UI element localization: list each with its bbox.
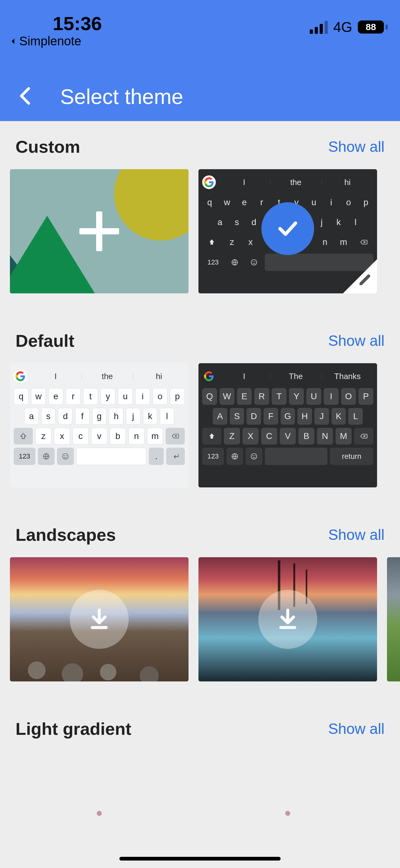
suggestion: hi — [133, 372, 185, 381]
landscape-art — [10, 644, 189, 681]
key: e — [237, 194, 252, 211]
key: D — [246, 408, 261, 425]
battery-percent: 88 — [358, 21, 384, 34]
section-title-custom: Custom — [15, 136, 80, 157]
emoji-key-icon — [245, 254, 262, 271]
theme-tile-gradient-1[interactable] — [10, 751, 189, 868]
theme-tile-landscape-1[interactable] — [10, 557, 189, 681]
key: Q — [202, 388, 217, 405]
section-custom: Custom Show all I — [0, 136, 400, 293]
cellular-signal-icon — [310, 20, 328, 34]
home-indicator[interactable] — [120, 857, 280, 861]
suggestion: the — [270, 178, 322, 187]
status-right: 4G 88 — [310, 19, 388, 35]
key: r — [254, 194, 269, 211]
key: G — [280, 408, 295, 425]
breadcrumb-back-to-app[interactable]: Simplenote — [9, 34, 81, 48]
key: T — [272, 388, 287, 405]
key: k — [143, 408, 158, 425]
key: k — [331, 214, 346, 231]
svg-point-6 — [64, 456, 65, 456]
google-logo-icon — [202, 369, 216, 383]
theme-tile-selected-dark[interactable]: I the hi qwertyuiop asdfghjkl zxcvbnm — [198, 169, 377, 293]
section-light-gradient: Light gradient Show all — [0, 719, 400, 868]
svg-point-3 — [255, 261, 256, 262]
theme-tile-gradient-2[interactable] — [198, 751, 377, 868]
key: r — [66, 388, 80, 405]
period-key: . — [149, 448, 164, 465]
key: n — [128, 428, 144, 444]
globe-key-icon — [38, 448, 55, 465]
shift-key-icon — [202, 234, 222, 251]
suggestion: the — [81, 372, 133, 381]
download-icon — [258, 590, 317, 649]
theme-tile-default-dark[interactable]: I The Thanks QWERTYUIOP ASDFGHJKL ZXCVBN… — [198, 363, 377, 487]
key: F — [264, 408, 278, 425]
breadcrumb-label: Simplenote — [19, 34, 81, 48]
key: A — [213, 408, 227, 425]
edit-theme-button[interactable] — [358, 273, 371, 289]
key: b — [110, 428, 126, 444]
svg-point-9 — [251, 454, 257, 459]
nav-row: Select theme — [15, 85, 183, 108]
suggestion: hi — [322, 178, 373, 187]
screen: 15:36 Simplenote 4G 88 Select theme Cust… — [0, 0, 400, 868]
key: u — [306, 194, 321, 211]
key: S — [230, 408, 244, 425]
key: p — [170, 388, 185, 405]
show-all-light-gradient[interactable]: Show all — [328, 720, 385, 737]
loading-indicator-icon — [285, 811, 290, 816]
key: P — [359, 388, 373, 405]
backspace-key-icon — [354, 234, 373, 251]
key: z — [35, 428, 52, 444]
key: q — [202, 194, 217, 211]
theme-tile-default-light[interactable]: I the hi qwertyuiop asdfghjkl zxcvbnm — [10, 363, 189, 487]
section-default: Default Show all I the hi — [0, 331, 400, 487]
key: K — [331, 408, 346, 425]
key: p — [359, 194, 373, 211]
globe-key-icon — [226, 448, 243, 465]
suggestion: I — [30, 372, 81, 381]
section-title-default: Default — [15, 331, 74, 351]
theme-tile-landscape-2[interactable] — [198, 557, 377, 681]
svg-point-11 — [255, 456, 256, 456]
key: E — [237, 388, 252, 405]
key: C — [261, 428, 277, 444]
network-type: 4G — [333, 19, 352, 35]
key: l — [348, 214, 363, 231]
key: v — [91, 428, 107, 444]
add-custom-theme-tile[interactable] — [10, 169, 189, 293]
suggestion: Thanks — [322, 372, 373, 381]
key: s — [41, 408, 56, 425]
battery-indicator: 88 — [358, 21, 388, 34]
svg-point-2 — [253, 261, 254, 262]
key: N — [317, 428, 333, 444]
key: L — [348, 408, 363, 425]
show-all-landscapes[interactable]: Show all — [328, 526, 385, 543]
page-title: Select theme — [60, 85, 183, 108]
theme-tile-landscape-3[interactable] — [387, 557, 400, 681]
backspace-key-icon — [354, 428, 373, 444]
key: x — [54, 428, 70, 444]
key: w — [31, 388, 46, 405]
key: R — [254, 388, 269, 405]
section-title-landscapes: Landscapes — [15, 525, 116, 545]
key: x — [242, 234, 259, 251]
return-key: return — [330, 448, 373, 465]
shift-key-icon — [202, 428, 222, 444]
svg-point-1 — [251, 259, 257, 265]
back-button[interactable] — [15, 86, 35, 107]
key: B — [298, 428, 314, 444]
show-all-custom[interactable]: Show all — [328, 138, 385, 155]
key: s — [230, 214, 244, 231]
key: U — [306, 388, 321, 405]
emoji-key-icon — [245, 448, 262, 465]
key: z — [224, 234, 240, 251]
suggestion: I — [218, 178, 270, 187]
space-key — [76, 448, 146, 465]
section-landscapes: Landscapes Show all — [0, 525, 400, 681]
key: y — [100, 388, 115, 405]
key: I — [324, 388, 339, 405]
key: n — [317, 234, 333, 251]
show-all-default[interactable]: Show all — [328, 332, 385, 349]
